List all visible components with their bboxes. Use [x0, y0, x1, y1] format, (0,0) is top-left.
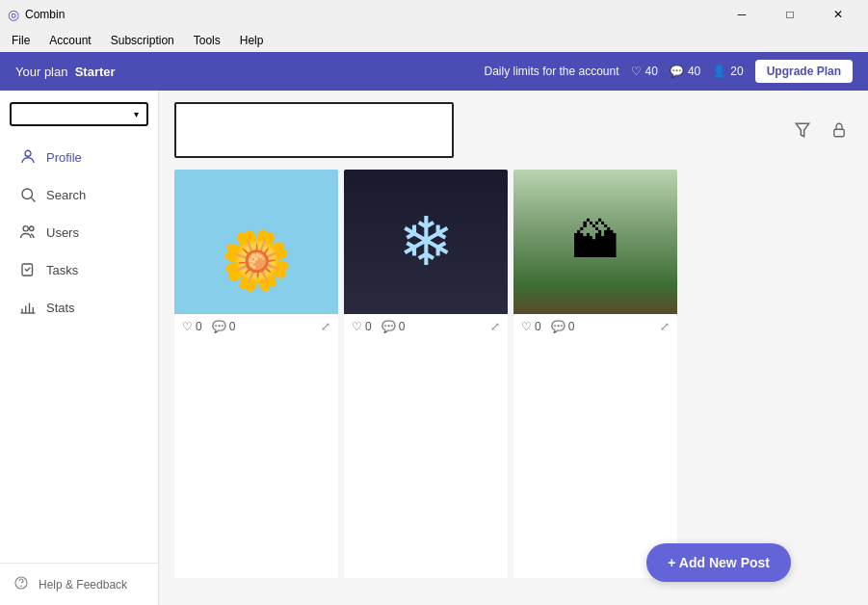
title-bar: ◎ Combin ─ □ ✕ [0, 0, 868, 29]
likes-count: 0 [365, 320, 372, 333]
follow-icon: 👤 [712, 65, 726, 78]
stats-icon [19, 299, 37, 316]
lock-button[interactable] [826, 117, 853, 144]
heart-count: 40 [645, 65, 658, 78]
sidebar-item-label-users: Users [46, 225, 79, 240]
post-likes: ♡ 0 [352, 320, 372, 333]
menu-tools[interactable]: Tools [186, 32, 228, 49]
comment-icon: 💬 [212, 320, 226, 333]
maximize-button[interactable]: □ [768, 0, 812, 29]
sidebar-item-tasks[interactable]: Tasks [6, 251, 152, 288]
comments-count: 0 [568, 320, 575, 333]
heart-icon: ♡ [352, 320, 362, 333]
menu-bar: File Account Subscription Tools Help [0, 29, 868, 52]
tasks-icon [19, 261, 37, 278]
post-image-landscape[interactable] [513, 170, 677, 314]
users-icon [19, 224, 37, 241]
sidebar-item-label-tasks: Tasks [46, 263, 78, 277]
likes-count: 0 [535, 320, 541, 333]
plan-banner: Your plan Starter Daily limits for the a… [0, 52, 868, 91]
filter-button[interactable] [789, 117, 816, 144]
sidebar-item-stats[interactable]: Stats [6, 289, 152, 326]
svg-rect-14 [834, 129, 845, 137]
help-feedback-item[interactable]: Help & Feedback [13, 575, 145, 593]
content-area: ♡ 0 💬 0 ⤢ [159, 91, 868, 605]
comment-count: 40 [688, 65, 700, 78]
svg-point-0 [25, 150, 31, 156]
sidebar-item-search[interactable]: Search [6, 176, 152, 213]
daily-limits-label: Daily limits for the account [485, 65, 619, 78]
expand-icon[interactable]: ⤢ [321, 320, 330, 333]
minimize-button[interactable]: ─ [720, 0, 764, 29]
post-likes: ♡ 0 [521, 320, 541, 333]
post-comments: 💬 0 [551, 320, 575, 333]
your-plan-label: Your plan [15, 65, 67, 79]
app-title: Combin [25, 8, 65, 21]
comments-count: 0 [229, 320, 236, 333]
svg-marker-13 [796, 123, 808, 136]
post-actions: ♡ 0 💬 0 ⤢ [513, 314, 677, 339]
plan-info: Your plan Starter [15, 65, 116, 79]
comment-icon: 💬 [381, 320, 396, 333]
title-bar-controls: ─ □ ✕ [720, 0, 860, 29]
sidebar-footer: Help & Feedback [0, 563, 158, 605]
sidebar-item-label-search: Search [46, 188, 86, 202]
post-image-snow[interactable] [344, 170, 508, 314]
heart-icon: ♡ [631, 65, 642, 78]
search-box[interactable] [174, 102, 454, 158]
help-feedback-label: Help & Feedback [39, 578, 127, 592]
heart-icon: ♡ [182, 320, 193, 333]
header-actions [789, 117, 853, 144]
heart-icon: ♡ [521, 320, 532, 333]
post-stats: ♡ 0 💬 0 [521, 320, 574, 333]
comment-icon: 💬 [670, 65, 684, 78]
post-actions: ♡ 0 💬 0 ⤢ [174, 314, 338, 339]
plan-name: Starter [75, 65, 116, 79]
nav-items: Profile Search [0, 138, 158, 563]
account-selector[interactable]: ▾ [10, 102, 148, 126]
menu-subscription[interactable]: Subscription [103, 32, 182, 49]
main-layout: ▾ Profile [0, 91, 868, 605]
post-card: ♡ 0 💬 0 ⤢ [174, 170, 338, 578]
help-icon [13, 575, 29, 593]
svg-point-3 [23, 226, 28, 231]
expand-icon[interactable]: ⤢ [490, 320, 500, 333]
chevron-down-icon: ▾ [134, 109, 139, 119]
svg-point-12 [21, 586, 22, 587]
close-button[interactable]: ✕ [816, 0, 860, 29]
post-comments: 💬 0 [381, 320, 406, 333]
likes-count: 0 [196, 320, 202, 333]
svg-point-4 [30, 226, 35, 231]
person-icon [19, 148, 37, 166]
app-logo: ◎ [8, 7, 19, 22]
comment-stat: 💬 40 [670, 65, 700, 78]
comments-count: 0 [399, 320, 406, 333]
post-comments: 💬 0 [212, 320, 236, 333]
sidebar: ▾ Profile [0, 91, 159, 605]
sidebar-item-label-profile: Profile [46, 150, 82, 165]
post-stats: ♡ 0 💬 0 [182, 320, 235, 333]
search-icon [19, 186, 37, 203]
post-card: ♡ 0 💬 0 ⤢ [344, 170, 508, 578]
follow-count: 20 [730, 65, 743, 78]
comment-icon: 💬 [551, 320, 566, 333]
menu-help[interactable]: Help [232, 32, 272, 49]
post-actions: ♡ 0 💬 0 ⤢ [344, 314, 508, 339]
post-likes: ♡ 0 [182, 320, 202, 333]
sidebar-item-profile[interactable]: Profile [6, 139, 152, 175]
title-bar-left: ◎ Combin [8, 7, 65, 22]
post-card: ♡ 0 💬 0 ⤢ [513, 170, 677, 578]
post-image-flower[interactable] [174, 170, 338, 314]
heart-stat: ♡ 40 [631, 65, 658, 78]
menu-account[interactable]: Account [41, 32, 98, 49]
svg-line-2 [31, 197, 35, 201]
svg-point-1 [22, 189, 33, 199]
upgrade-plan-button[interactable]: Upgrade Plan [755, 60, 853, 83]
sidebar-item-users[interactable]: Users [6, 214, 152, 250]
content-header [159, 91, 868, 170]
follow-stat: 👤 20 [712, 65, 743, 78]
expand-icon[interactable]: ⤢ [660, 320, 670, 333]
menu-file[interactable]: File [4, 32, 38, 49]
add-new-post-button[interactable]: + Add New Post [646, 543, 791, 582]
post-stats: ♡ 0 💬 0 [352, 320, 405, 333]
